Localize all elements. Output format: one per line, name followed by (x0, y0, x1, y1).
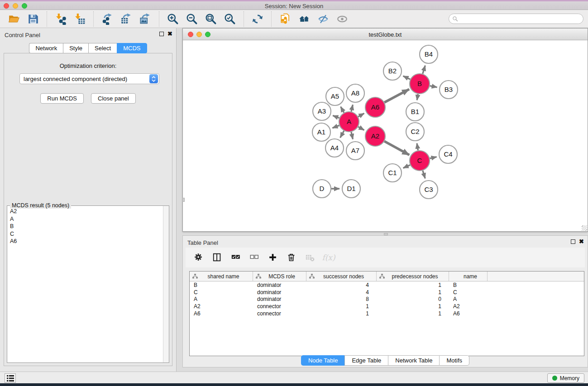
node-table[interactable]: shared nameMCDS rolesuccessor nodesprede… (189, 271, 584, 356)
graph-node-A[interactable]: A (339, 112, 359, 132)
tab-edge-table[interactable]: Edge Table (344, 355, 388, 366)
create-column-button[interactable] (265, 251, 281, 264)
tab-network-table[interactable]: Network Table (388, 355, 439, 366)
graph-node-A7[interactable]: A7 (346, 142, 364, 160)
graph-node-C3[interactable]: C3 (420, 181, 438, 199)
graph-node-A1[interactable]: A1 (312, 123, 330, 141)
tab-node-table[interactable]: Node Table (301, 355, 345, 366)
export-table-button[interactable] (119, 12, 134, 26)
search-field[interactable] (449, 14, 583, 24)
column-header-predecessor-nodes[interactable]: predecessor nodes (377, 272, 449, 281)
edge-A2-C[interactable] (384, 141, 409, 155)
close-panel-button[interactable]: Close panel (91, 93, 136, 104)
save-session-button[interactable] (26, 12, 40, 26)
home-network-button[interactable] (297, 12, 311, 26)
column-header-successor-nodes[interactable]: successor nodes (306, 272, 377, 281)
show-graphics-details-button[interactable] (335, 12, 349, 26)
edge-A-A6[interactable] (358, 114, 364, 117)
table-settings-button[interactable] (191, 251, 206, 264)
hide-graphics-details-button[interactable] (316, 12, 330, 26)
export-image-button[interactable] (138, 12, 153, 26)
tab-style[interactable]: Style (63, 43, 88, 53)
edge-C-C4[interactable] (430, 157, 436, 158)
edge-A-A8[interactable] (351, 105, 353, 111)
edge-A-A3[interactable] (333, 115, 339, 118)
graph-node-C2[interactable]: C2 (406, 123, 424, 141)
mcds-result-item[interactable]: C (8, 230, 163, 238)
graph-node-A8[interactable]: A8 (346, 84, 364, 102)
edge-C-C3[interactable] (423, 171, 425, 178)
select-all-columns-button[interactable] (228, 251, 244, 264)
edge-A6-B[interactable] (384, 89, 409, 102)
table-row-A6[interactable]: A6connector11A6 (190, 310, 584, 317)
task-history-button[interactable] (5, 373, 16, 383)
graph-node-C4[interactable]: C4 (439, 145, 457, 163)
zoom-in-button[interactable] (166, 12, 180, 26)
graph-node-B1[interactable]: B1 (406, 103, 424, 121)
left-resize-grip[interactable] (182, 198, 185, 202)
refresh-layout-button[interactable] (250, 12, 265, 26)
graph-node-A3[interactable]: A3 (313, 102, 331, 120)
edge-A-A2[interactable] (358, 127, 364, 130)
float-table-panel-icon[interactable] (571, 239, 575, 244)
window-resize-handle[interactable] (582, 225, 587, 231)
edge-B-B1[interactable] (417, 94, 418, 100)
tab-mcds[interactable]: MCDS (117, 43, 147, 53)
mcds-result-item[interactable]: A (8, 215, 163, 223)
column-header-MCDS-role[interactable]: MCDS role (253, 272, 306, 281)
optimization-criterion-select[interactable]: largest connected component (directed) (19, 73, 159, 84)
graph-node-B4[interactable]: B4 (420, 45, 438, 63)
tab-network[interactable]: Network (29, 43, 63, 53)
mcds-result-item[interactable]: A6 (8, 238, 163, 245)
import-network-button[interactable] (53, 12, 68, 26)
zoom-selected-button[interactable] (223, 12, 237, 26)
zoom-fit-button[interactable] (204, 12, 218, 26)
edge-C-C1[interactable] (403, 165, 410, 168)
edge-B-B4[interactable] (423, 66, 425, 74)
edge-C-C2[interactable] (417, 143, 418, 151)
graph-node-D[interactable]: D (313, 180, 331, 198)
graph-node-D1[interactable]: D1 (342, 180, 360, 198)
graph-node-A2[interactable]: A2 (365, 126, 385, 146)
edge-A-A1[interactable] (332, 125, 339, 128)
result-scrollbar[interactable] (163, 206, 169, 362)
graph-node-B3[interactable]: B3 (440, 81, 458, 99)
zoom-out-button[interactable] (185, 12, 199, 26)
unselect-all-columns-button[interactable] (247, 251, 262, 264)
tab-motifs[interactable]: Motifs (439, 355, 469, 366)
table-row-C[interactable]: Cdominator41C (190, 289, 584, 296)
graph-node-B[interactable]: B (410, 74, 430, 94)
edge-A-A4[interactable] (340, 131, 344, 138)
mcds-result-item[interactable]: B (8, 223, 163, 230)
float-panel-icon[interactable] (159, 32, 164, 36)
column-header-shared-name[interactable]: shared name (190, 272, 253, 281)
search-input[interactable] (458, 16, 583, 22)
close-table-panel-icon[interactable]: ✖ (579, 239, 584, 244)
mcds-result-item[interactable]: A2 (8, 208, 163, 215)
edge-B-B2[interactable] (403, 76, 411, 79)
edge-B-B3[interactable] (430, 86, 437, 87)
graph-node-C1[interactable]: C1 (383, 164, 402, 182)
graph-node-C[interactable]: C (410, 151, 430, 171)
show-columns-button[interactable] (210, 251, 225, 264)
network-window-titlebar[interactable]: testGlobe.txt (183, 29, 588, 40)
edge-A-A5[interactable] (341, 107, 344, 113)
memory-button[interactable]: Memory (547, 373, 584, 383)
column-header-name[interactable]: name (449, 272, 488, 281)
tab-select[interactable]: Select (88, 43, 117, 53)
edge-A-A7[interactable] (351, 132, 353, 139)
table-row-B[interactable]: Bdominator41B (190, 281, 584, 289)
run-mcds-button[interactable]: Run MCDS (40, 93, 84, 104)
delete-column-button[interactable] (284, 251, 299, 264)
import-table-button[interactable] (72, 12, 87, 26)
export-network-button[interactable] (100, 12, 115, 26)
open-session-button[interactable] (7, 12, 21, 26)
close-panel-icon[interactable]: ✖ (167, 32, 172, 36)
graph-node-A5[interactable]: A5 (326, 87, 344, 105)
first-neighbors-button[interactable] (278, 12, 292, 26)
network-canvas[interactable]: AA1A2A3A4A5A6A7A8BB1B2B3B4CC1C2C3C4DD1 (183, 40, 588, 231)
graph-node-A4[interactable]: A4 (325, 139, 344, 157)
table-row-A2[interactable]: A2connector11A2 (190, 303, 584, 310)
table-row-A[interactable]: Adominator80A (190, 296, 584, 303)
graph-node-A6[interactable]: A6 (365, 97, 385, 117)
